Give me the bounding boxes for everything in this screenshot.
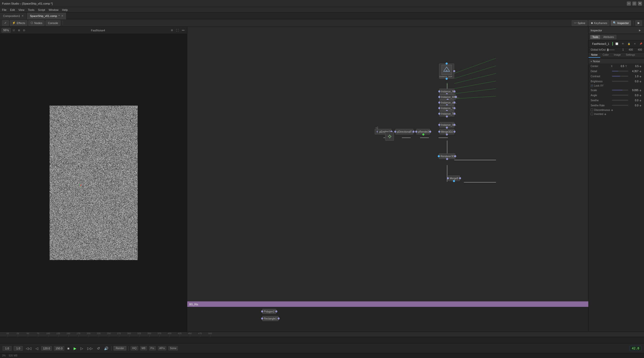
nodes-button[interactable]: ⬡ Nodes bbox=[28, 20, 45, 26]
transport-next-key[interactable]: ▷▷ bbox=[86, 346, 94, 351]
port-instance-sh-right[interactable] bbox=[453, 102, 455, 104]
port-merge8-left[interactable] bbox=[447, 177, 449, 179]
prop-seethe-rate-slider[interactable] bbox=[612, 105, 628, 106]
port-instance-r-right[interactable] bbox=[453, 90, 455, 92]
port-merge8-bottom[interactable] bbox=[453, 180, 455, 182]
quality-badge[interactable]: HiQ bbox=[131, 346, 138, 350]
port-merge3d2-right[interactable] bbox=[453, 131, 455, 133]
node-rectangle1[interactable]: Rectangle1 bbox=[262, 316, 279, 321]
inverted-add[interactable]: ◆ bbox=[604, 112, 607, 115]
port-instance-si-right[interactable] bbox=[453, 124, 455, 126]
node-delete-btn[interactable]: ✕ bbox=[633, 42, 637, 46]
spline-button[interactable]: 〰 Spline bbox=[572, 20, 588, 26]
node-prender2[interactable]: pRender2 bbox=[416, 129, 430, 134]
port-renderer3d1-left[interactable] bbox=[438, 155, 440, 157]
tab-spaceship-close[interactable]: ✕ bbox=[61, 14, 63, 17]
port-instance-si-left[interactable] bbox=[438, 124, 440, 126]
inverted-checkbox[interactable] bbox=[591, 113, 593, 115]
viewer-more[interactable]: ••• bbox=[181, 28, 185, 32]
node-renderer3d1[interactable]: Renderer3D1 bbox=[439, 153, 455, 159]
port-instance-si-bottom[interactable] bbox=[446, 127, 448, 129]
transport-zoom[interactable]: 1.0 bbox=[14, 346, 23, 351]
lock-xy-checkbox[interactable]: ✓ bbox=[591, 85, 593, 87]
transport-next-frame[interactable]: ▷ bbox=[79, 346, 84, 351]
viewer-fullscreen[interactable]: ⛶ bbox=[175, 28, 180, 32]
discontinuous-add[interactable]: ◆ bbox=[611, 108, 614, 111]
port-instance-scif-bottom[interactable] bbox=[446, 78, 448, 80]
prop-angle-add[interactable]: ◆ bbox=[639, 94, 642, 97]
console-button[interactable]: Console bbox=[46, 20, 60, 26]
transport-audio[interactable]: 🔊 bbox=[103, 346, 109, 351]
node-pdirectional[interactable]: pDirectionalF... bbox=[395, 129, 413, 134]
transport-loop[interactable]: ↺ bbox=[96, 346, 101, 351]
port-pdirectional-left[interactable] bbox=[394, 131, 396, 133]
menu-view[interactable]: View bbox=[18, 8, 25, 11]
prop-center-add[interactable]: ◆ bbox=[639, 65, 642, 68]
tab-composition1[interactable]: Composition1 ✕ bbox=[0, 13, 27, 19]
inspector-tools-btn[interactable]: Tools bbox=[590, 35, 600, 39]
port-instance-tr1-left[interactable] bbox=[438, 107, 440, 109]
node-enable-btn[interactable]: ⬜ bbox=[614, 42, 619, 46]
menu-tools[interactable]: Tools bbox=[28, 8, 34, 11]
viewer-checkbox[interactable]: ☑ bbox=[12, 28, 16, 32]
inspector-tab-settings[interactable]: Settings bbox=[623, 52, 637, 58]
node-graph-scroll-left[interactable]: ◁ bbox=[375, 125, 379, 130]
node-instance-mk6[interactable]: Instance_MK6... bbox=[439, 94, 456, 100]
mode-badge[interactable]: Some bbox=[168, 346, 178, 350]
inspector-tab-noise[interactable]: Noise bbox=[589, 52, 600, 58]
prop-scale-slider[interactable] bbox=[612, 90, 628, 91]
port-instance-mk6-right[interactable] bbox=[455, 96, 457, 98]
tab-spaceship[interactable]: SpaceShip_v01.comp * ✕ bbox=[27, 13, 66, 19]
mb-badge[interactable]: MB bbox=[140, 346, 147, 350]
menu-help[interactable]: Help bbox=[62, 8, 68, 11]
transport-prev-frame[interactable]: ◁ bbox=[34, 346, 39, 351]
prop-contrast-add[interactable]: ◆ bbox=[639, 75, 642, 78]
port-rectangle1-left[interactable] bbox=[261, 317, 263, 320]
port-instance-r-left[interactable] bbox=[438, 90, 440, 92]
render-button[interactable]: Render bbox=[114, 346, 127, 350]
port-instance-sh-left[interactable] bbox=[438, 102, 440, 104]
node-merge3d2[interactable]: Merge3D2 bbox=[439, 129, 454, 134]
port-prender2-right[interactable] bbox=[429, 131, 431, 133]
transport-end[interactable]: 150.0 bbox=[54, 346, 65, 351]
node-polygon2[interactable]: Polygon2 bbox=[262, 309, 276, 314]
maximize-button[interactable]: □ bbox=[632, 2, 636, 6]
node-lock-btn[interactable]: 🔒 bbox=[627, 42, 631, 46]
viewer-settings[interactable]: ⚙ bbox=[170, 28, 174, 32]
prop-seethe-slider[interactable] bbox=[612, 100, 628, 101]
aprx-badge[interactable]: APrx bbox=[158, 346, 167, 350]
transport-prev-key[interactable]: ◁◁ bbox=[25, 346, 32, 351]
toolbar-checkbox[interactable]: ✓ bbox=[2, 20, 9, 26]
noise-section-header[interactable]: ▾ Noise bbox=[589, 59, 644, 64]
keyframes-button[interactable]: ◆ Keyframes bbox=[589, 20, 610, 26]
minimize-button[interactable]: ─ bbox=[627, 2, 631, 6]
menu-window[interactable]: Window bbox=[49, 8, 58, 11]
node-pin-btn[interactable]: 📌 bbox=[638, 42, 643, 46]
port-merge3d2-left[interactable] bbox=[438, 131, 440, 133]
port-prender2-bottom[interactable] bbox=[422, 133, 424, 135]
prop-scale-add[interactable]: ◆ bbox=[639, 89, 642, 92]
transport-start[interactable]: 120.0 bbox=[41, 346, 52, 351]
viewer-fit[interactable]: ⊞ bbox=[17, 28, 21, 32]
close-button[interactable]: ✕ bbox=[638, 2, 642, 6]
port-merge8-right[interactable] bbox=[459, 177, 461, 179]
prop-brightness-add[interactable]: ◆ bbox=[639, 80, 642, 83]
port-instance-tr1-right[interactable] bbox=[453, 107, 455, 109]
prop-contrast-slider[interactable] bbox=[612, 76, 628, 77]
port-instance-scif-right[interactable] bbox=[453, 70, 455, 72]
node-view-btn[interactable]: 👁 bbox=[621, 42, 625, 46]
port-merge3d2-bottom[interactable] bbox=[446, 133, 448, 135]
menu-script[interactable]: Script bbox=[38, 8, 45, 11]
node-instance-sh[interactable]: Instance_sh... bbox=[439, 100, 454, 105]
port-pdirectional-right[interactable] bbox=[412, 131, 414, 133]
node-instance-tr1[interactable]: Instance_Tr... bbox=[439, 105, 454, 111]
port-polygon2-right[interactable] bbox=[275, 310, 277, 312]
prop-angle-slider[interactable] bbox=[612, 95, 628, 96]
port-instance-scif-top[interactable] bbox=[446, 63, 448, 65]
prop-seethe-add[interactable]: ◆ bbox=[639, 99, 642, 102]
transport-play[interactable]: ▶ bbox=[73, 346, 77, 351]
node-color-swatch[interactable] bbox=[612, 42, 613, 46]
node-merge8[interactable]: Merge8 bbox=[448, 175, 460, 181]
node-instance-r[interactable]: Instance_R... bbox=[439, 89, 454, 94]
port-polygon2-left[interactable] bbox=[261, 310, 263, 312]
